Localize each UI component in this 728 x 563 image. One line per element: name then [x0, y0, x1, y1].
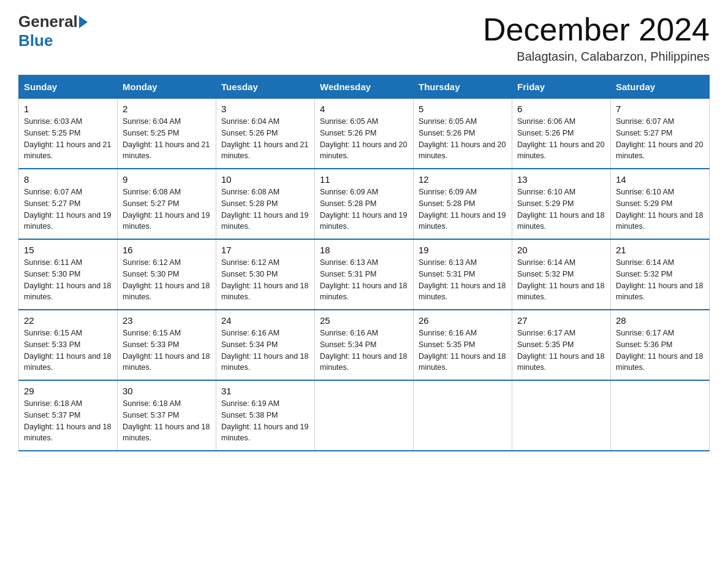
- calendar-cell: 30Sunrise: 6:18 AMSunset: 5:37 PMDayligh…: [118, 380, 216, 451]
- day-info: Sunrise: 6:12 AMSunset: 5:30 PMDaylight:…: [123, 257, 211, 303]
- calendar-cell: 22Sunrise: 6:15 AMSunset: 5:33 PMDayligh…: [19, 310, 118, 380]
- calendar-cell: 4Sunrise: 6:05 AMSunset: 5:26 PMDaylight…: [315, 99, 414, 169]
- weekday-header-tuesday: Tuesday: [216, 75, 315, 99]
- day-info: Sunrise: 6:10 AMSunset: 5:29 PMDaylight:…: [517, 186, 605, 232]
- calendar-cell: [611, 380, 710, 451]
- day-info: Sunrise: 6:09 AMSunset: 5:28 PMDaylight:…: [320, 186, 408, 232]
- day-number: 19: [419, 245, 507, 255]
- weekday-header-row: SundayMondayTuesdayWednesdayThursdayFrid…: [19, 75, 710, 99]
- logo: General Blue: [18, 12, 89, 50]
- day-number: 3: [221, 104, 309, 114]
- logo-arrow-icon: [79, 16, 88, 28]
- page-header: General Blue December 2024 Balagtasin, C…: [18, 12, 710, 64]
- calendar-cell: 11Sunrise: 6:09 AMSunset: 5:28 PMDayligh…: [315, 169, 414, 239]
- weekday-header-thursday: Thursday: [414, 75, 512, 99]
- day-info: Sunrise: 6:07 AMSunset: 5:27 PMDaylight:…: [24, 186, 112, 232]
- day-number: 14: [616, 174, 704, 185]
- calendar-cell: 17Sunrise: 6:12 AMSunset: 5:30 PMDayligh…: [216, 239, 315, 310]
- day-number: 15: [24, 245, 112, 255]
- day-number: 30: [123, 386, 211, 396]
- day-info: Sunrise: 6:17 AMSunset: 5:35 PMDaylight:…: [517, 327, 605, 373]
- day-number: 7: [616, 104, 704, 114]
- day-number: 9: [123, 174, 211, 185]
- day-number: 24: [221, 315, 309, 326]
- calendar-cell: 8Sunrise: 6:07 AMSunset: 5:27 PMDaylight…: [19, 169, 118, 239]
- calendar-cell: 9Sunrise: 6:08 AMSunset: 5:27 PMDaylight…: [118, 169, 216, 239]
- calendar-cell: 5Sunrise: 6:05 AMSunset: 5:26 PMDaylight…: [414, 99, 512, 169]
- day-number: 29: [24, 386, 112, 396]
- day-number: 6: [517, 104, 605, 114]
- day-info: Sunrise: 6:14 AMSunset: 5:32 PMDaylight:…: [517, 257, 605, 303]
- day-info: Sunrise: 6:18 AMSunset: 5:37 PMDaylight:…: [24, 398, 112, 444]
- day-info: Sunrise: 6:03 AMSunset: 5:25 PMDaylight:…: [24, 116, 112, 162]
- day-number: 4: [320, 104, 408, 114]
- day-info: Sunrise: 6:17 AMSunset: 5:36 PMDaylight:…: [616, 327, 704, 373]
- calendar-cell: 1Sunrise: 6:03 AMSunset: 5:25 PMDaylight…: [19, 99, 118, 169]
- calendar-week-row: 1Sunrise: 6:03 AMSunset: 5:25 PMDaylight…: [19, 99, 710, 169]
- calendar-cell: 26Sunrise: 6:16 AMSunset: 5:35 PMDayligh…: [414, 310, 512, 380]
- day-info: Sunrise: 6:12 AMSunset: 5:30 PMDaylight:…: [221, 257, 309, 303]
- day-info: Sunrise: 6:04 AMSunset: 5:25 PMDaylight:…: [123, 116, 211, 162]
- day-info: Sunrise: 6:16 AMSunset: 5:35 PMDaylight:…: [419, 327, 507, 373]
- calendar-cell: 12Sunrise: 6:09 AMSunset: 5:28 PMDayligh…: [414, 169, 512, 239]
- logo-general-text: General: [18, 12, 78, 31]
- calendar-cell: 7Sunrise: 6:07 AMSunset: 5:27 PMDaylight…: [611, 99, 710, 169]
- day-info: Sunrise: 6:19 AMSunset: 5:38 PMDaylight:…: [221, 398, 309, 444]
- day-info: Sunrise: 6:10 AMSunset: 5:29 PMDaylight:…: [616, 186, 704, 232]
- day-info: Sunrise: 6:07 AMSunset: 5:27 PMDaylight:…: [616, 116, 704, 162]
- month-title: December 2024: [483, 12, 710, 47]
- calendar-cell: [512, 380, 611, 451]
- day-number: 23: [123, 315, 211, 326]
- calendar-cell: 6Sunrise: 6:06 AMSunset: 5:26 PMDaylight…: [512, 99, 611, 169]
- day-number: 8: [24, 174, 112, 185]
- location-title: Balagtasin, Calabarzon, Philippines: [483, 50, 710, 64]
- calendar-table: SundayMondayTuesdayWednesdayThursdayFrid…: [18, 75, 710, 451]
- weekday-header-friday: Friday: [512, 75, 611, 99]
- weekday-header-wednesday: Wednesday: [315, 75, 414, 99]
- calendar-cell: 27Sunrise: 6:17 AMSunset: 5:35 PMDayligh…: [512, 310, 611, 380]
- day-info: Sunrise: 6:15 AMSunset: 5:33 PMDaylight:…: [24, 327, 112, 373]
- calendar-cell: 23Sunrise: 6:15 AMSunset: 5:33 PMDayligh…: [118, 310, 216, 380]
- calendar-cell: 29Sunrise: 6:18 AMSunset: 5:37 PMDayligh…: [19, 380, 118, 451]
- calendar-cell: 20Sunrise: 6:14 AMSunset: 5:32 PMDayligh…: [512, 239, 611, 310]
- calendar-cell: 31Sunrise: 6:19 AMSunset: 5:38 PMDayligh…: [216, 380, 315, 451]
- calendar-week-row: 22Sunrise: 6:15 AMSunset: 5:33 PMDayligh…: [19, 310, 710, 380]
- day-number: 26: [419, 315, 507, 326]
- calendar-week-row: 29Sunrise: 6:18 AMSunset: 5:37 PMDayligh…: [19, 380, 710, 451]
- calendar-cell: 19Sunrise: 6:13 AMSunset: 5:31 PMDayligh…: [414, 239, 512, 310]
- day-number: 21: [616, 245, 704, 255]
- day-number: 5: [419, 104, 507, 114]
- day-info: Sunrise: 6:16 AMSunset: 5:34 PMDaylight:…: [320, 327, 408, 373]
- calendar-cell: 25Sunrise: 6:16 AMSunset: 5:34 PMDayligh…: [315, 310, 414, 380]
- day-number: 22: [24, 315, 112, 326]
- day-info: Sunrise: 6:09 AMSunset: 5:28 PMDaylight:…: [419, 186, 507, 232]
- day-info: Sunrise: 6:08 AMSunset: 5:27 PMDaylight:…: [123, 186, 211, 232]
- weekday-header-monday: Monday: [118, 75, 216, 99]
- day-info: Sunrise: 6:15 AMSunset: 5:33 PMDaylight:…: [123, 327, 211, 373]
- calendar-cell: 28Sunrise: 6:17 AMSunset: 5:36 PMDayligh…: [611, 310, 710, 380]
- title-section: December 2024 Balagtasin, Calabarzon, Ph…: [483, 12, 710, 64]
- logo-blue-text: Blue: [18, 31, 53, 50]
- day-number: 25: [320, 315, 408, 326]
- day-number: 28: [616, 315, 704, 326]
- day-number: 12: [419, 174, 507, 185]
- day-number: 10: [221, 174, 309, 185]
- day-info: Sunrise: 6:05 AMSunset: 5:26 PMDaylight:…: [419, 116, 507, 162]
- calendar-week-row: 15Sunrise: 6:11 AMSunset: 5:30 PMDayligh…: [19, 239, 710, 310]
- day-info: Sunrise: 6:06 AMSunset: 5:26 PMDaylight:…: [517, 116, 605, 162]
- day-info: Sunrise: 6:14 AMSunset: 5:32 PMDaylight:…: [616, 257, 704, 303]
- day-info: Sunrise: 6:04 AMSunset: 5:26 PMDaylight:…: [221, 116, 309, 162]
- day-number: 1: [24, 104, 112, 114]
- calendar-cell: 2Sunrise: 6:04 AMSunset: 5:25 PMDaylight…: [118, 99, 216, 169]
- calendar-cell: 10Sunrise: 6:08 AMSunset: 5:28 PMDayligh…: [216, 169, 315, 239]
- day-info: Sunrise: 6:13 AMSunset: 5:31 PMDaylight:…: [320, 257, 408, 303]
- day-info: Sunrise: 6:05 AMSunset: 5:26 PMDaylight:…: [320, 116, 408, 162]
- day-info: Sunrise: 6:16 AMSunset: 5:34 PMDaylight:…: [221, 327, 309, 373]
- day-number: 2: [123, 104, 211, 114]
- calendar-cell: 15Sunrise: 6:11 AMSunset: 5:30 PMDayligh…: [19, 239, 118, 310]
- day-info: Sunrise: 6:18 AMSunset: 5:37 PMDaylight:…: [123, 398, 211, 444]
- day-number: 11: [320, 174, 408, 185]
- day-info: Sunrise: 6:08 AMSunset: 5:28 PMDaylight:…: [221, 186, 309, 232]
- day-number: 17: [221, 245, 309, 255]
- weekday-header-sunday: Sunday: [19, 75, 118, 99]
